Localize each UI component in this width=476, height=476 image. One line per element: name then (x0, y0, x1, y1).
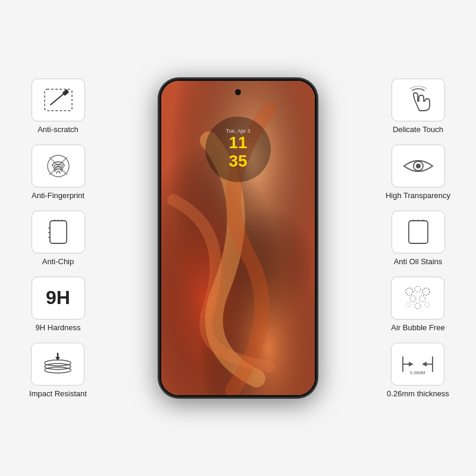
camera-hole (235, 89, 241, 95)
main-container: Anti-scratch Anti-Fingerprint (0, 0, 476, 476)
eye-icon (400, 153, 436, 179)
right-features-column: Delicate Touch High Transparency (366, 79, 470, 398)
high-transparency-icon-box (392, 145, 445, 187)
impact-resistant-label: Impact Resistant (29, 389, 87, 398)
anti-scratch-icon-box (32, 79, 85, 121)
svg-point-29 (415, 286, 421, 292)
clock-minute: 35 (228, 152, 247, 171)
svg-text:0.26MM: 0.26MM (411, 371, 425, 375)
9h-hardness-label: 9H Hardness (36, 323, 81, 332)
scratch-icon (42, 87, 74, 113)
anti-fingerprint-icon-box (32, 145, 85, 187)
svg-point-28 (406, 288, 413, 295)
thickness-icon: 0.26MM (397, 349, 439, 379)
anti-fingerprint-label: Anti-Fingerprint (32, 191, 84, 200)
svg-point-35 (425, 302, 430, 307)
fingerprint-icon (43, 151, 73, 181)
thickness-label: 0.26mm thickness (387, 389, 449, 398)
clock-widget: Tue, Apr 3 11 35 (205, 117, 271, 182)
air-bubble-free-label: Air Bubble Free (391, 323, 444, 332)
feature-anti-oil-stains: Anti Oil Stains (392, 211, 445, 266)
svg-marker-40 (409, 362, 414, 367)
oil-icon (405, 217, 431, 247)
feature-thickness: 0.26MM 0.26mm thickness (387, 343, 449, 398)
svg-marker-41 (422, 362, 427, 367)
svg-point-14 (45, 364, 71, 369)
anti-oil-stains-label: Anti Oil Stains (394, 257, 443, 266)
phone-screen: Tue, Apr 3 11 35 (161, 81, 315, 395)
feature-high-transparency: High Transparency (386, 145, 450, 200)
left-features-column: Anti-scratch Anti-Fingerprint (6, 79, 110, 398)
anti-scratch-label: Anti-scratch (37, 125, 79, 134)
chip-icon (45, 217, 71, 247)
delicate-touch-icon-box (392, 79, 445, 121)
feature-anti-chip: Anti-Chip (32, 211, 85, 266)
thickness-icon-box: 0.26MM (391, 343, 444, 386)
anti-oil-icon-box (392, 211, 445, 253)
phone-wrapper: Tue, Apr 3 11 35 (158, 77, 318, 399)
svg-point-33 (415, 303, 421, 309)
svg-point-31 (410, 296, 416, 302)
screen-wallpaper: Tue, Apr 3 11 35 (161, 81, 315, 395)
feature-anti-scratch: Anti-scratch (32, 79, 85, 134)
clock-hour: 11 (228, 134, 247, 152)
feature-9h-hardness: 9H 9H Hardness (32, 277, 85, 332)
clock-time: 11 35 (228, 134, 247, 171)
svg-point-34 (406, 302, 411, 307)
svg-point-23 (416, 164, 421, 168)
impact-icon (40, 351, 76, 377)
svg-rect-24 (409, 221, 428, 243)
bubble-icon (401, 283, 434, 313)
impact-icon-box (31, 343, 84, 386)
svg-line-1 (51, 93, 65, 105)
air-bubble-icon-box (391, 277, 444, 320)
9h-text: 9H (46, 287, 70, 309)
svg-point-30 (422, 288, 430, 295)
feature-delicate-touch: Delicate Touch (392, 79, 445, 134)
feature-impact-resistant: Impact Resistant (29, 343, 87, 398)
touch-icon (403, 84, 434, 115)
phone-body: Tue, Apr 3 11 35 (158, 77, 318, 399)
9h-icon-box: 9H (32, 277, 85, 320)
svg-point-13 (45, 367, 71, 373)
feature-air-bubble-free: Air Bubble Free (391, 277, 444, 332)
feature-anti-fingerprint: Anti-Fingerprint (32, 145, 85, 200)
high-transparency-label: High Transparency (386, 191, 450, 200)
svg-point-32 (419, 296, 425, 302)
delicate-touch-label: Delicate Touch (393, 125, 443, 134)
svg-point-15 (45, 360, 71, 366)
svg-rect-6 (50, 221, 67, 243)
phone-center: Tue, Apr 3 11 35 (134, 77, 342, 399)
clock-date: Tue, Apr 3 (226, 128, 250, 134)
anti-chip-label: Anti-Chip (42, 257, 74, 266)
anti-chip-icon-box (32, 211, 85, 253)
